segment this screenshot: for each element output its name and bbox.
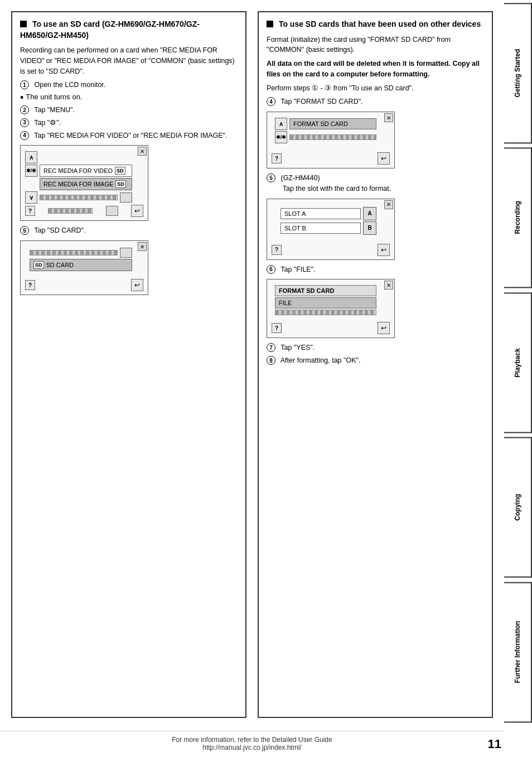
rec-media-image-item[interactable]: REC MEDIA FOR IMAGE SD (40, 178, 132, 190)
step-1-text: Open the LCD monitor. (32, 80, 105, 90)
sd-card-label: SD CARD (46, 262, 74, 268)
sidebar-tab-further-info[interactable]: Further Information (504, 582, 532, 722)
sidebar-tab-getting-started[interactable]: Getting Started (504, 3, 532, 143)
right-step-4-num: 4 (267, 97, 275, 106)
close-button-5[interactable]: ✕ (384, 281, 393, 290)
step-4-text: Tap "REC MEDIA FOR VIDEO" or "REC MEDIA … (32, 131, 228, 141)
right-section-title: To use SD cards that have been used on o… (267, 19, 484, 30)
right-step-5-num: 5 (267, 173, 275, 182)
format-title-row: ∧ FORMAT SD CARD (275, 118, 376, 130)
sidebar-tab-recording[interactable]: Recording (504, 147, 532, 288)
sd-badge-video: SD (115, 167, 125, 175)
right-step-6-text: Tap "FILE". (279, 264, 316, 275)
ui-screen-rec-media: ✕ ∧ ✱/✱ REC MEDIA FOR VIDEO SD (20, 145, 148, 221)
format-sd-card-item[interactable]: FORMAT SD CARD (289, 118, 376, 129)
left-body-text: Recording can be performed on a card whe… (20, 45, 238, 76)
sidebar-tab-playback[interactable]: Playback (504, 292, 532, 433)
step-5: 5 Tap "SD CARD". (20, 225, 238, 236)
ui-screen-format-1: ✕ ∧ FORMAT SD CARD ✱/✱ (267, 112, 395, 168)
ui-screen-slot: ✕ SLOT A A SLOT B B (267, 199, 395, 260)
help-button-4[interactable]: ? (272, 245, 282, 255)
star-slash-button-2[interactable]: ✱/✱ (275, 131, 287, 143)
help-button-3[interactable]: ? (272, 153, 282, 163)
right-step-8-text: After formatting, tap "OK". (279, 355, 360, 366)
file-label: FILE (279, 300, 292, 306)
slot-b-item[interactable]: SLOT B (280, 223, 361, 234)
sd-card-item[interactable]: SD SD CARD (30, 259, 132, 271)
right-step-4: 4 Tap "FORMAT SD CARD". (267, 97, 484, 107)
slot-a-label: SLOT A (284, 210, 306, 217)
back-button-5[interactable]: ↩ (378, 322, 390, 334)
back-button-3[interactable]: ↩ (378, 152, 390, 165)
step-5-text: Tap "SD CARD". (32, 225, 85, 236)
small-badge-1 (120, 192, 132, 202)
nav-up-button[interactable]: ∧ (25, 151, 37, 163)
right-body-1: Format (initialize) the card using "FORM… (267, 35, 484, 56)
back-button-4[interactable]: ↩ (378, 244, 390, 256)
placeholder-bar-2 (48, 208, 93, 214)
nav-down-button[interactable]: ∨ (25, 191, 37, 204)
left-section-title: To use an SD card (GZ-HM690/GZ-HM670/GZ-… (20, 19, 238, 41)
right-step-7-num: 7 (267, 343, 275, 352)
format2-title-label: FORMAT SD CARD (275, 285, 376, 296)
step-2-text: Tap "MENU". (32, 105, 75, 115)
help-button-1[interactable]: ? (25, 206, 35, 216)
right-step-8: 8 After formatting, tap "OK". (267, 355, 484, 366)
right-step-6-num: 6 (267, 265, 275, 274)
left-section: To use an SD card (GZ-HM690/GZ-HM670/GZ-… (11, 11, 246, 718)
help-button-5[interactable]: ? (272, 323, 282, 333)
close-button-4[interactable]: ✕ (384, 200, 393, 209)
step-3: 3 Tap "⚙". (20, 118, 238, 128)
rec-media-video-item[interactable]: REC MEDIA FOR VIDEO SD (40, 165, 132, 177)
page-number: 11 (488, 737, 501, 751)
format2-title-row: FORMAT SD CARD (275, 285, 376, 296)
format-placeholder-row: ✱/✱ (275, 131, 376, 143)
ui-screen-sd-card: ✕ SD SD CARD (20, 240, 148, 295)
sd-badge-image: SD (115, 180, 126, 188)
step-4-num: 4 (20, 131, 29, 140)
step-5-num: 5 (20, 226, 29, 235)
close-button-1[interactable]: ✕ (138, 147, 147, 156)
right-body-3: Perform steps ① - ③ from "To use an SD c… (267, 83, 484, 94)
format-sd-card-label: FORMAT SD CARD (293, 120, 348, 127)
page-footer: For more information, refer to the Detai… (0, 731, 504, 751)
black-square-icon (20, 21, 27, 27)
footer-line-1: For more information, refer to the Detai… (0, 736, 504, 744)
step-3-num: 3 (20, 118, 29, 127)
format-screen1-footer: ? ↩ (272, 152, 390, 165)
right-step-6: 6 Tap "FILE". (267, 264, 484, 275)
right-body-bold: All data on the card will be deleted whe… (267, 59, 484, 80)
close-button-2[interactable]: ✕ (138, 242, 147, 251)
black-square-icon-2 (267, 21, 273, 27)
file-item[interactable]: FILE (275, 297, 376, 308)
star-slash-button[interactable]: ✱/✱ (25, 165, 37, 177)
main-content: To use an SD card (GZ-HM690/GZ-HM670/GZ-… (0, 0, 504, 724)
back-button-2[interactable]: ↩ (131, 279, 143, 291)
file-row: FILE (275, 297, 376, 308)
slot-a-row: SLOT A A (280, 207, 376, 220)
sd-card-row: SD SD CARD (30, 259, 132, 271)
screen1-footer: ? ↩ (25, 205, 143, 217)
placeholder-bar-4 (289, 134, 376, 140)
format2-placeholder-row (275, 310, 376, 315)
rec-media-image-label: REC MEDIA FOR IMAGE (43, 181, 113, 187)
back-button-1[interactable]: ↩ (131, 205, 143, 217)
help-button-2[interactable]: ? (25, 280, 35, 290)
nav-up-button-2[interactable]: ∧ (275, 118, 287, 130)
screen2-footer: ? ↩ (25, 279, 143, 291)
slot-a-item[interactable]: SLOT A (280, 208, 361, 219)
format2-footer: ? ↩ (272, 322, 390, 334)
sd-badge-3: SD (33, 261, 44, 269)
ui-screen-format-2: ✕ FORMAT SD CARD FILE (267, 279, 395, 338)
right-step-7: 7 Tap "YES". (267, 343, 484, 353)
placeholder-bar-1 (40, 195, 118, 200)
slot-a-badge: A (363, 207, 376, 220)
rec-media-video-label: REC MEDIA FOR VIDEO (43, 167, 113, 174)
right-section: To use SD cards that have been used on o… (258, 11, 493, 718)
rec-media-row-2: REC MEDIA FOR IMAGE SD (25, 178, 132, 190)
slot-b-label: SLOT B (284, 225, 306, 232)
footer-line-2: http://manual.jvc.co.jp/index.html/ (0, 744, 504, 751)
sidebar-tab-copying[interactable]: Copying (504, 437, 532, 577)
right-step-8-num: 8 (267, 356, 275, 365)
close-button-3[interactable]: ✕ (384, 113, 393, 122)
